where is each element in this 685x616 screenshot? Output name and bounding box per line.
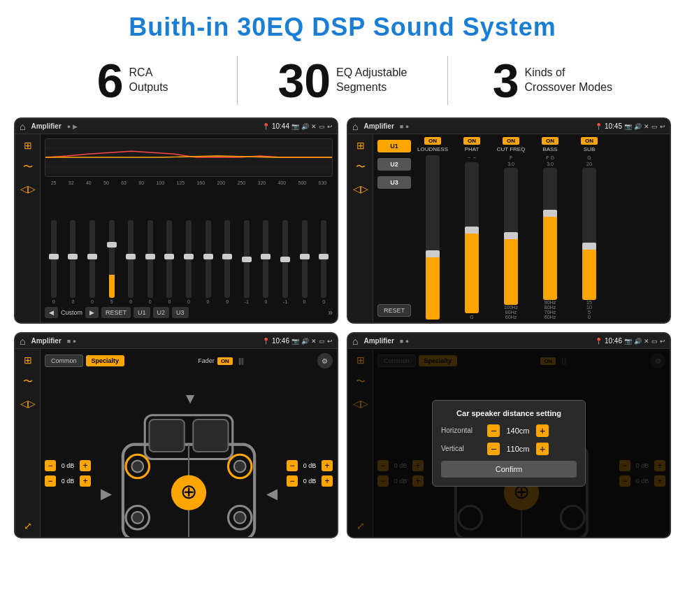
db-minus-1[interactable]: − (45, 460, 56, 471)
u1-btn[interactable]: U1 (377, 140, 411, 152)
horizontal-minus-btn[interactable]: − (487, 424, 500, 437)
stat-label-eq: EQ AdjustableSegments (336, 66, 407, 95)
location-icon-4: 📍 (595, 338, 603, 345)
vol-icon-2[interactable]: ◁▷ (353, 183, 368, 194)
sub-on[interactable]: ON (581, 137, 598, 145)
vertical-minus-btn[interactable]: − (487, 443, 500, 455)
horizontal-row: Horizontal − 140cm + (441, 424, 577, 437)
home-icon-1[interactable]: ⌂ (20, 121, 25, 132)
db-minus-3[interactable]: − (287, 460, 298, 471)
close-icon-1: ✕ (311, 123, 317, 130)
bass-on[interactable]: ON (542, 137, 558, 145)
wave-icon-2[interactable]: 〜 (356, 161, 366, 173)
eq-slider-15[interactable]: 0 (321, 220, 326, 304)
bass-label: BASS (542, 146, 557, 152)
eq-slider-13[interactable]: -1 (282, 220, 288, 304)
cutfreq-on[interactable]: ON (503, 137, 519, 145)
home-icon-3[interactable]: ⌂ (20, 336, 25, 347)
status-bar-1: ⌂ Amplifier ● ▶ 📍 10:44 📷 🔊 ✕ ▭ ↩ (15, 119, 337, 134)
screen2-content: ⊞ 〜 ◁▷ U1 U2 U3 RESET ON LOUDNESS (348, 134, 670, 322)
db-controls-left: − 0 dB + − 0 dB + (45, 371, 91, 538)
eq-slider-11[interactable]: -1 (244, 220, 250, 304)
eq-slider-1[interactable]: 0 (51, 220, 57, 304)
vol-icon-1[interactable]: ◁▷ (20, 183, 36, 194)
db-plus-3[interactable]: + (322, 460, 333, 471)
u3-btn[interactable]: U3 (377, 176, 411, 189)
specialty-tab[interactable]: Specialty (86, 355, 125, 366)
u2-btn-1[interactable]: U2 (153, 307, 170, 318)
expand-icon-1[interactable]: » (328, 308, 333, 317)
loudness-slider[interactable] (426, 155, 440, 320)
eq-slider-8[interactable]: 0 (186, 220, 192, 304)
screen1-time: 10:44 (272, 122, 289, 130)
phat-control: ON PHAT ~~ G (454, 137, 489, 320)
prev-btn[interactable]: ◀ (45, 307, 58, 318)
camera-icon-2: 📷 (624, 123, 632, 130)
sub-slider[interactable] (582, 168, 596, 300)
screen-fader: ⌂ Amplifier ■ ● 📍 10:46 📷 🔊 ✕ ▭ ↩ ⊞ 〜 ◁▷… (14, 332, 338, 538)
screen1-status-icons: 📍 10:44 📷 🔊 ✕ ▭ ↩ (262, 122, 333, 130)
phat-on[interactable]: ON (463, 137, 480, 145)
eq-slider-5[interactable]: 0 (128, 220, 134, 304)
eq-slider-2[interactable]: 0 (70, 220, 75, 304)
db-minus-4[interactable]: − (287, 475, 298, 487)
eq-slider-3[interactable]: 0 (89, 220, 95, 304)
u1-btn-1[interactable]: U1 (134, 307, 150, 318)
fader-top-bar: Common Specialty Fader ON ||| ⚙ (45, 353, 333, 368)
db-plus-1[interactable]: + (80, 460, 91, 471)
eq-slider-12[interactable]: 0 (263, 220, 268, 304)
reset-btn-1[interactable]: RESET (101, 307, 131, 318)
next-btn[interactable]: ▶ (85, 307, 99, 318)
stat-label-crossover: Kinds ofCrossover Modes (525, 66, 612, 95)
eq-slider-14[interactable]: 0 (302, 220, 308, 304)
db-minus-2[interactable]: − (45, 475, 56, 487)
phat-slider[interactable] (465, 162, 479, 313)
minimize-icon-3: ▭ (319, 338, 325, 345)
page-title: Buith-in 30EQ DSP Sound System (0, 0, 685, 49)
db-plus-4[interactable]: + (322, 475, 333, 487)
u2-btn[interactable]: U2 (377, 158, 411, 171)
eq-slider-9[interactable]: 0 (206, 220, 211, 304)
vol-icon-3[interactable]: ◁▷ (20, 398, 36, 409)
vertical-label: Vertical (441, 445, 483, 452)
stats-row: 6 RCAOutputs 30 EQ AdjustableSegments 3 … (0, 49, 685, 115)
fader-main: Common Specialty Fader ON ||| ⚙ − 0 dB + (41, 349, 337, 537)
horizontal-plus-btn[interactable]: + (536, 424, 549, 437)
eq-slider-7[interactable]: 0 (166, 220, 172, 304)
reset-btn-2[interactable]: RESET (377, 304, 411, 317)
eq-icon-3[interactable]: ⊞ (24, 354, 32, 366)
db-plus-2[interactable]: + (80, 475, 91, 487)
wave-icon-1[interactable]: 〜 (23, 161, 33, 173)
u-buttons: U1 U2 U3 RESET (376, 137, 412, 320)
eq-icon-2[interactable]: ⊞ (356, 140, 365, 151)
status-bar-4: ⌂ Amplifier ■ ● 📍 10:46 📷 🔊 ✕ ▭ ↩ (348, 334, 670, 349)
cutfreq-control: ON CUT FREQ F 3.0 100Hz 80Hz 60Hz (493, 137, 528, 320)
bass-slider[interactable] (543, 168, 557, 300)
settings-btn-3[interactable]: ⚙ (317, 353, 333, 368)
screen2-title: Amplifier (363, 122, 394, 130)
u3-btn-1[interactable]: U3 (172, 307, 189, 318)
loudness-on[interactable]: ON (424, 137, 441, 145)
eq-slider-6[interactable]: 0 (147, 220, 153, 304)
eq-slider-10[interactable]: 0 (224, 220, 230, 304)
vertical-value: 110cm (504, 445, 532, 453)
arrows-icon-3[interactable]: ⤢ (24, 520, 32, 531)
screen-eq: ⌂ Amplifier ● ▶ 📍 10:44 📷 🔊 ✕ ▭ ↩ ⊞ 〜 ◁▷ (14, 117, 338, 324)
home-icon-4[interactable]: ⌂ (352, 336, 358, 347)
svg-text:▶: ▶ (101, 485, 113, 501)
confirm-button[interactable]: Confirm (441, 461, 577, 478)
screen3-time: 10:46 (272, 337, 289, 345)
home-icon-2[interactable]: ⌂ (352, 121, 358, 132)
camera-icon-1: 📷 (291, 123, 299, 130)
back-icon-4: ↩ (660, 338, 665, 345)
wave-icon-3[interactable]: 〜 (23, 375, 33, 388)
eq-icon-1[interactable]: ⊞ (24, 140, 32, 151)
cutfreq-slider[interactable] (504, 168, 518, 305)
eq-slider-4[interactable]: 5 (109, 220, 115, 304)
screen2-status-icons: 📍 10:45 📷 🔊 ✕ ▭ ↩ (595, 122, 665, 130)
common-tab[interactable]: Common (45, 354, 83, 367)
fader-on-toggle[interactable]: ON (217, 357, 233, 365)
vertical-plus-btn[interactable]: + (536, 443, 549, 455)
close-icon-4: ✕ (644, 338, 649, 345)
screen1-title: Amplifier (31, 122, 61, 130)
